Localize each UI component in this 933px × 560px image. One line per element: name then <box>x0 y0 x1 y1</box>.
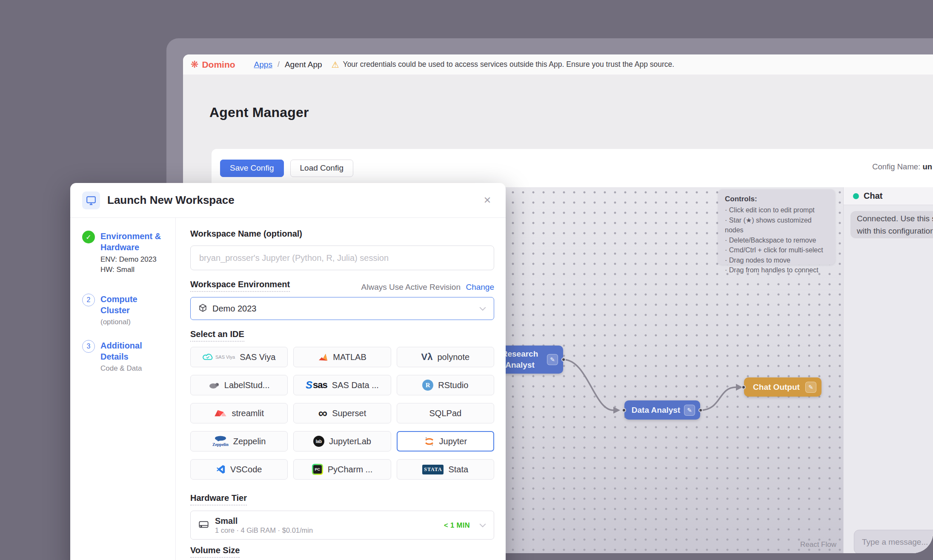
ide-tile-zeppelin[interactable]: Zeppelin Zeppelin <box>190 431 288 451</box>
warning-icon <box>332 60 339 70</box>
workspace-monitor-icon <box>82 191 100 209</box>
pycharm-logo-text: PC <box>313 465 322 474</box>
ide-label: MATLAB <box>333 352 366 362</box>
jupyterlab-icon: lab <box>313 436 324 447</box>
ide-tile-polynote[interactable]: Vλ polynote <box>397 347 494 367</box>
node-input-handle[interactable] <box>741 385 746 389</box>
ide-label: JupyterLab <box>329 437 371 446</box>
matlab-icon <box>318 353 328 362</box>
controls-item: Click edit icon to edit prompt <box>725 205 828 215</box>
ide-label: Superset <box>332 409 366 418</box>
breadcrumb-current: Agent App <box>285 60 322 69</box>
chat-status-dot-icon <box>853 193 859 199</box>
step-additional-details[interactable]: 3 Additional Details Code & Data <box>82 340 168 374</box>
sas-icon: Ssas <box>306 379 327 391</box>
chat-message-bubble: Connected. Use this spac with this confi… <box>850 211 933 238</box>
chat-message-input[interactable] <box>854 530 933 553</box>
ide-tile-stata[interactable]: STATA Stata <box>397 459 494 480</box>
node-chat-output[interactable]: Chat Output <box>744 377 821 397</box>
ide-label: Zeppelin <box>233 437 266 446</box>
ide-tile-jupyterlab[interactable]: lab JupyterLab <box>293 431 391 451</box>
edit-node-icon[interactable] <box>805 382 816 393</box>
edit-node-icon[interactable] <box>547 354 558 365</box>
ide-grid: SAS Viya SAS Viya MATLAB Vλ polynote Lab… <box>190 347 494 480</box>
edge-arrowhead <box>613 407 620 414</box>
sas-viya-icon: SAS Viya <box>203 353 235 361</box>
chat-panel: Chat Connected. Use this spac with this … <box>843 187 933 553</box>
node-input-handle[interactable] <box>622 408 626 412</box>
volume-size-label: Volume Size <box>190 546 240 558</box>
chat-message-line: Connected. Use this spac <box>857 212 933 225</box>
ide-tile-matlab[interactable]: MATLAB <box>293 347 391 367</box>
ide-tile-sas-viya[interactable]: SAS Viya SAS Viya <box>190 347 288 367</box>
breadcrumb-separator: / <box>278 60 280 69</box>
chat-message-line: with this configuration ag <box>857 225 933 237</box>
workspace-environment-label: Workspace Environment <box>190 280 290 292</box>
hardware-tier-select[interactable]: Small 1 core · 4 GiB RAM · $0.01/min < 1… <box>190 511 494 540</box>
modal-content: Workspace Name (optional) Workspace Envi… <box>190 218 494 560</box>
zeppelin-icon: Zeppelin <box>212 436 229 447</box>
zeppelin-logo-text: Zeppelin <box>212 442 229 447</box>
sas-logo-text: sas <box>313 380 327 391</box>
ide-tile-rstudio[interactable]: R RStudio <box>397 375 494 395</box>
hardware-tier-label: Hardware Tier <box>190 493 247 506</box>
labelstudio-icon <box>209 381 220 389</box>
step-check-icon <box>82 231 95 243</box>
ide-label: PyCharm ... <box>328 465 373 474</box>
hard-drive-icon <box>198 520 209 531</box>
change-revision-link[interactable]: Change <box>466 283 494 291</box>
breadcrumb-apps-link[interactable]: Apps <box>254 60 272 69</box>
node-output-handle[interactable] <box>561 357 566 362</box>
hardware-eta-badge: < 1 MIN <box>444 521 470 529</box>
workspace-name-input[interactable] <box>190 246 494 270</box>
node-data-analyst[interactable]: Data Analyst <box>624 400 700 420</box>
environment-select[interactable]: Demo 2023 <box>190 297 494 320</box>
load-config-button[interactable]: Load Config <box>290 160 353 177</box>
close-icon[interactable] <box>481 194 494 207</box>
hardware-tier-name: Small <box>215 516 313 526</box>
react-flow-attribution: React Flow <box>800 540 836 549</box>
jupyter-icon <box>424 436 435 447</box>
page-title: Agent Manager <box>209 105 309 120</box>
brand-label: Domino <box>202 60 235 70</box>
credentials-warning: Your credentials could be used to access… <box>332 60 675 70</box>
config-name: Config Name: un <box>872 162 932 171</box>
controls-item: Drag from handles to connect <box>725 265 828 275</box>
ide-label: Jupyter <box>439 437 467 446</box>
step-title: Additional Details <box>100 340 168 362</box>
domino-brand[interactable]: Domino <box>191 59 235 70</box>
ide-tile-pycharm[interactable]: PC PyCharm ... <box>293 459 391 480</box>
save-config-button[interactable]: Save Config <box>220 160 284 177</box>
ide-tile-superset[interactable]: ∞ Superset <box>293 403 391 423</box>
ide-label: SQLPad <box>429 409 462 418</box>
ide-label: streamlit <box>232 409 264 418</box>
ide-label: RStudio <box>438 380 468 390</box>
node-output-handle[interactable] <box>698 408 703 412</box>
ide-tile-jupyter-selected[interactable]: Jupyter <box>397 431 494 451</box>
ide-label: SAS Data ... <box>332 380 379 390</box>
sas-viya-logo-text: SAS Viya <box>215 354 235 360</box>
ide-tile-sas-data[interactable]: Ssas SAS Data ... <box>293 375 391 395</box>
ide-tile-sqlpad[interactable]: SQLPad <box>397 403 494 423</box>
ide-tile-streamlit[interactable]: streamlit <box>190 403 288 423</box>
top-nav-bar: Domino Apps / Agent App Your credentials… <box>183 54 933 75</box>
ide-tile-vscode[interactable]: VSCode <box>190 459 288 480</box>
workspace-name-label: Workspace Name (optional) <box>190 229 302 239</box>
config-name-value: un <box>922 162 932 171</box>
ide-tile-labelstudio[interactable]: LabelStud... <box>190 375 288 395</box>
step-hw-value: HW: Small <box>100 265 168 275</box>
config-toolbar: Save Config Load Config Config Name: un <box>212 149 933 187</box>
vscode-icon <box>216 465 226 474</box>
edit-node-icon[interactable] <box>684 405 695 416</box>
ide-label: LabelStud... <box>224 380 270 390</box>
step-compute-cluster[interactable]: 2 Compute Cluster (optional) <box>82 294 168 327</box>
step-title: Compute Cluster <box>100 294 168 316</box>
chat-header: Chat <box>844 187 933 205</box>
modal-steps: Environment & Hardware ENV: Demo 2023 HW… <box>70 218 176 560</box>
chat-title: Chat <box>864 191 882 201</box>
controls-help-panel: Controls: Click edit icon to edit prompt… <box>718 189 835 265</box>
controls-item: Star (★) shows customized nodes <box>725 215 828 235</box>
chevron-down-icon <box>479 305 486 312</box>
step-environment-hardware[interactable]: Environment & Hardware ENV: Demo 2023 HW… <box>82 231 168 275</box>
step-title: Environment & Hardware <box>100 231 168 253</box>
